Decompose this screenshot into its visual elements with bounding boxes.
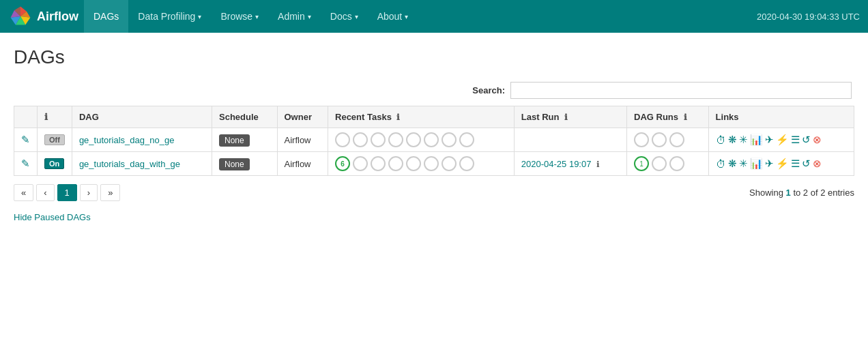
task-circle bbox=[353, 156, 368, 171]
task-circle bbox=[459, 132, 474, 147]
search-bar: Search: bbox=[14, 82, 854, 99]
table-row: ✎ On ge_tutorials_dag_with_ge None Airfl… bbox=[14, 152, 854, 176]
schedule-cell-1: None bbox=[212, 128, 277, 152]
dag-runs-cell-2: 1 bbox=[627, 152, 709, 176]
col-links: Links bbox=[708, 106, 854, 128]
schedule-badge-2: None bbox=[219, 158, 250, 170]
code-icon[interactable]: ☰ bbox=[791, 158, 800, 170]
task-circle bbox=[459, 156, 474, 171]
recent-tasks-cell-2: 6 bbox=[328, 152, 515, 176]
toggle-cell-1: Off bbox=[38, 128, 72, 152]
edit-cell-1: ✎ bbox=[14, 128, 38, 152]
docs-caret-icon: ▾ bbox=[355, 13, 358, 20]
task-circle bbox=[442, 132, 457, 147]
tree-view-icon[interactable]: ❋ bbox=[728, 158, 737, 170]
code-icon[interactable]: ☰ bbox=[791, 134, 800, 146]
task-circle bbox=[406, 156, 421, 171]
col-dag-runs: DAG Runs ℹ bbox=[627, 106, 709, 128]
page-title: DAGs bbox=[14, 46, 854, 68]
toggle-cell-2: On bbox=[38, 152, 72, 176]
task-circle bbox=[371, 132, 386, 147]
dag-run-circle bbox=[634, 132, 649, 147]
page-1-button[interactable]: 1 bbox=[57, 184, 77, 201]
task-circles-1 bbox=[335, 132, 507, 147]
about-caret-icon: ▾ bbox=[405, 13, 408, 20]
col-recent-tasks: Recent Tasks ℹ bbox=[328, 106, 515, 128]
links-icons-2: ⏱ ❋ ✳ 📊 ✈ ⚡ ☰ ↺ ⊗ bbox=[716, 158, 847, 170]
gantt-icon[interactable]: ✈ bbox=[765, 158, 774, 170]
task-circle bbox=[335, 132, 350, 147]
dag-name-cell-2: ge_tutorials_dag_with_ge bbox=[72, 152, 212, 176]
col-edit bbox=[14, 106, 38, 128]
page-last-button[interactable]: » bbox=[100, 184, 120, 201]
dag-name-cell-1: ge_tutorials_dag_no_ge bbox=[72, 128, 212, 152]
dag-run-circle-highlighted: 1 bbox=[634, 156, 649, 171]
nav-data-profiling[interactable]: Data Profiling ▾ bbox=[128, 0, 211, 33]
task-circle-highlighted: 6 bbox=[335, 156, 350, 171]
tree-view-icon[interactable]: ❋ bbox=[728, 134, 737, 146]
edit-cell-2: ✎ bbox=[14, 152, 38, 176]
nav-dags[interactable]: DAGs bbox=[84, 0, 128, 33]
delete-icon[interactable]: ⊗ bbox=[813, 134, 822, 146]
pagination: « ‹ 1 › » bbox=[14, 184, 120, 201]
task-circle bbox=[388, 156, 403, 171]
task-circle bbox=[442, 156, 457, 171]
gantt-icon[interactable]: ✈ bbox=[765, 134, 774, 146]
nav-admin[interactable]: Admin ▾ bbox=[268, 0, 321, 33]
brand[interactable]: Airflow bbox=[8, 4, 78, 29]
nav-about[interactable]: About ▾ bbox=[368, 0, 418, 33]
pagination-area: « ‹ 1 › » Showing 1 to 2 of 2 entries bbox=[14, 184, 854, 201]
nav-browse[interactable]: Browse ▾ bbox=[211, 0, 268, 33]
col-last-run: Last Run ℹ bbox=[514, 106, 626, 128]
dag-link-2[interactable]: ge_tutorials_dag_with_ge bbox=[79, 159, 180, 169]
dag-run-circle bbox=[652, 132, 667, 147]
links-cell-1: ⏱ ❋ ✳ 📊 ✈ ⚡ ☰ ↺ ⊗ bbox=[708, 128, 854, 152]
dags-table: ℹ DAG Schedule Owner Recent Tasks ℹ Last… bbox=[14, 106, 854, 176]
landing-times-icon[interactable]: ⚡ bbox=[776, 158, 789, 170]
admin-caret-icon: ▾ bbox=[308, 13, 311, 20]
landing-times-icon[interactable]: ⚡ bbox=[776, 134, 789, 146]
owner-cell-1: Airflow bbox=[277, 128, 328, 152]
toggle-button-1[interactable]: Off bbox=[44, 134, 65, 145]
browse-caret-icon: ▾ bbox=[255, 13, 259, 20]
trigger-dag-icon[interactable]: ⏱ bbox=[716, 134, 726, 146]
page-first-button[interactable]: « bbox=[14, 184, 33, 201]
task-circle bbox=[406, 132, 421, 147]
delete-icon[interactable]: ⊗ bbox=[813, 158, 822, 170]
col-dag: DAG bbox=[72, 106, 212, 128]
owner-cell-2: Airflow bbox=[277, 152, 328, 176]
task-circle bbox=[424, 132, 439, 147]
dag-link-1[interactable]: ge_tutorials_dag_no_ge bbox=[79, 135, 175, 145]
task-circle bbox=[388, 132, 403, 147]
last-run-value: 2020-04-25 19:07 bbox=[521, 159, 592, 169]
trigger-dag-icon[interactable]: ⏱ bbox=[716, 158, 726, 170]
last-run-cell-2: 2020-04-25 19:07 ℹ bbox=[514, 152, 626, 176]
page-next-button[interactable]: › bbox=[80, 184, 98, 201]
edit-icon-1[interactable]: ✎ bbox=[21, 134, 30, 145]
toggle-button-2[interactable]: On bbox=[44, 158, 64, 169]
dag-run-circles-2: 1 bbox=[634, 156, 701, 171]
search-input[interactable] bbox=[510, 82, 852, 99]
last-run-info-icon: ℹ bbox=[596, 160, 600, 169]
graph-view-icon[interactable]: ✳ bbox=[739, 158, 748, 170]
graph-view-icon[interactable]: ✳ bbox=[739, 134, 748, 146]
info-icon: ℹ bbox=[44, 112, 48, 122]
navbar: Airflow DAGs Data Profiling ▾ Browse ▾ A… bbox=[0, 0, 868, 33]
dag-run-circle bbox=[669, 156, 684, 171]
refresh-icon[interactable]: ↺ bbox=[802, 134, 811, 146]
duration-chart-icon[interactable]: 📊 bbox=[750, 158, 763, 170]
edit-icon-2[interactable]: ✎ bbox=[21, 158, 30, 169]
page-prev-button[interactable]: ‹ bbox=[36, 184, 54, 201]
task-circles-2: 6 bbox=[335, 156, 507, 171]
hide-paused-link[interactable]: Hide Paused DAGs bbox=[14, 212, 91, 222]
dag-run-circle bbox=[669, 132, 684, 147]
duration-chart-icon[interactable]: 📊 bbox=[750, 134, 763, 146]
refresh-icon[interactable]: ↺ bbox=[802, 158, 811, 170]
search-label: Search: bbox=[472, 85, 505, 95]
page-content: DAGs Search: ℹ DAG Schedule Owner Recent… bbox=[0, 33, 868, 236]
last-run-cell-1 bbox=[514, 128, 626, 152]
col-schedule: Schedule bbox=[212, 106, 277, 128]
task-circle bbox=[424, 156, 439, 171]
recent-tasks-cell-1 bbox=[328, 128, 515, 152]
nav-docs[interactable]: Docs ▾ bbox=[321, 0, 368, 33]
